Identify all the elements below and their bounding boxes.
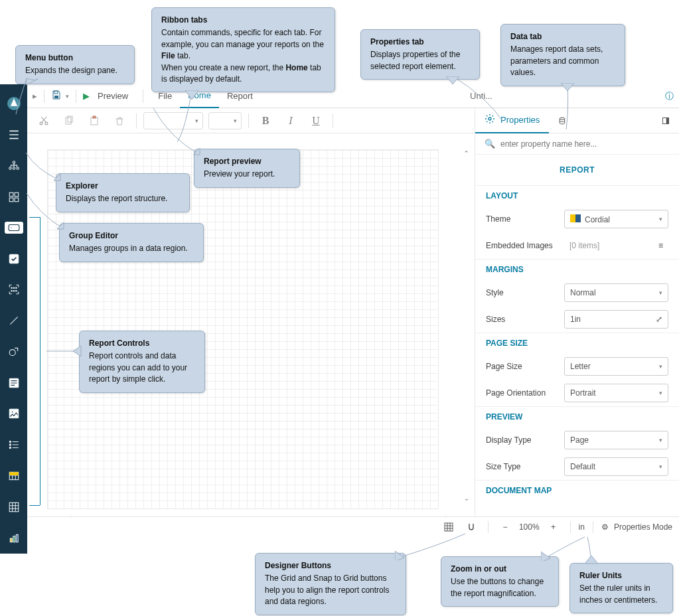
info-icon[interactable]: ⓘ bbox=[665, 90, 674, 102]
container-tool[interactable] bbox=[0, 274, 27, 305]
svg-point-11 bbox=[13, 287, 15, 289]
callout-data-tab: Data tab Manages report data sets, param… bbox=[500, 24, 625, 86]
tablix-tool[interactable] bbox=[0, 491, 27, 522]
font-size-select[interactable]: ▾ bbox=[208, 112, 242, 129]
property-search-input[interactable] bbox=[500, 139, 670, 149]
expand-panel-icon[interactable]: ⌄ bbox=[464, 495, 469, 502]
delete-button[interactable] bbox=[107, 108, 132, 133]
callout-report-controls: Report Controls Report controls and data… bbox=[79, 331, 205, 393]
svg-rect-33 bbox=[66, 117, 71, 124]
svg-rect-25 bbox=[9, 502, 19, 512]
menu-button[interactable] bbox=[0, 119, 27, 151]
play-icon[interactable]: ▶ bbox=[83, 91, 90, 101]
preview-button[interactable]: Preview bbox=[90, 84, 136, 108]
callout-zoom: Zoom in or out Use the buttons to change… bbox=[441, 556, 559, 607]
save-icon[interactable] bbox=[51, 90, 62, 102]
callout-explorer: Explorer Displays the report structure. bbox=[56, 173, 190, 212]
copy-button[interactable] bbox=[56, 108, 82, 133]
svg-rect-4 bbox=[9, 193, 13, 196]
svg-point-19 bbox=[11, 412, 13, 414]
zoom-level: 100% bbox=[519, 522, 540, 532]
italic-button[interactable]: I bbox=[278, 108, 303, 133]
paste-button[interactable] bbox=[82, 108, 107, 133]
collapse-panel-icon[interactable]: ⌃ bbox=[463, 149, 469, 158]
callout-report-preview: Report preview Preview your report. bbox=[194, 149, 300, 188]
richtext-tool[interactable] bbox=[0, 367, 27, 398]
svg-rect-6 bbox=[15, 193, 19, 196]
theme-select[interactable]: Cordial▾ bbox=[564, 210, 668, 228]
svg-point-0 bbox=[13, 161, 15, 163]
svg-point-14 bbox=[13, 291, 15, 292]
bold-button[interactable]: B bbox=[253, 108, 278, 133]
svg-point-1 bbox=[9, 167, 11, 169]
properties-tab-label: Properties bbox=[500, 115, 540, 125]
line-tool[interactable] bbox=[0, 305, 27, 337]
display-type-select[interactable]: Page▾ bbox=[564, 431, 668, 449]
ruler-unit-label[interactable]: in bbox=[579, 522, 585, 532]
svg-rect-35 bbox=[91, 117, 98, 125]
callout-ribbon-tabs: Ribbon tabs Contain commands, specific f… bbox=[151, 7, 335, 92]
table-tool[interactable] bbox=[0, 461, 27, 492]
list-tool[interactable] bbox=[0, 429, 27, 461]
section-margins: MARGINS bbox=[475, 259, 679, 279]
svg-rect-26 bbox=[10, 538, 12, 542]
list-icon: ≡ bbox=[658, 241, 663, 250]
svg-rect-41 bbox=[445, 523, 453, 531]
section-docmap: DOCUMENT MAP bbox=[475, 480, 679, 501]
zoom-out-button[interactable]: − bbox=[496, 518, 514, 536]
page-size-select[interactable]: Letter▾ bbox=[564, 357, 668, 376]
zoom-in-button[interactable]: + bbox=[545, 518, 562, 536]
underline-button[interactable]: U bbox=[303, 108, 329, 133]
svg-marker-46 bbox=[54, 174, 60, 181]
properties-mode-label[interactable]: Properties Mode bbox=[614, 522, 672, 532]
toggle-panel-icon[interactable] bbox=[652, 108, 679, 133]
margin-style-label: Style bbox=[486, 288, 559, 297]
save-dropdown-icon[interactable]: ▾ bbox=[66, 93, 69, 100]
svg-marker-44 bbox=[561, 83, 574, 91]
svg-point-13 bbox=[11, 291, 12, 292]
group-editor-button[interactable] bbox=[0, 181, 27, 212]
size-type-select[interactable]: Default▾ bbox=[564, 457, 668, 476]
callout-designer-buttons: Designer Buttons The Grid and Snap to Gr… bbox=[255, 553, 406, 615]
page-orientation-label: Page Orientation bbox=[486, 388, 559, 398]
theme-label: Theme bbox=[486, 214, 559, 224]
svg-rect-8 bbox=[9, 225, 19, 231]
status-bar: − 100% + in ⚙ Properties Mode bbox=[27, 516, 679, 536]
display-type-label: Display Type bbox=[486, 435, 559, 445]
svg-marker-42 bbox=[185, 90, 198, 100]
embedded-images-field[interactable]: [0 items]≡ bbox=[564, 236, 668, 255]
section-preview: PREVIEW bbox=[475, 406, 679, 427]
properties-panel: 🔍 REPORT LAYOUT Theme Cordial▾ Embedded … bbox=[475, 133, 679, 523]
svg-point-20 bbox=[9, 441, 11, 443]
svg-point-12 bbox=[15, 287, 17, 289]
page-orientation-select[interactable]: Portrait▾ bbox=[564, 384, 668, 402]
properties-panel-title: REPORT bbox=[475, 155, 679, 185]
margin-style-select[interactable]: Normal▾ bbox=[564, 283, 668, 302]
svg-rect-30 bbox=[54, 96, 58, 98]
svg-rect-29 bbox=[54, 91, 58, 94]
svg-point-21 bbox=[9, 444, 11, 445]
image-tool[interactable] bbox=[0, 398, 27, 429]
expand-icon: ⤢ bbox=[656, 315, 662, 324]
svg-point-3 bbox=[16, 167, 18, 169]
section-layout: LAYOUT bbox=[475, 185, 679, 206]
svg-rect-5 bbox=[9, 198, 13, 202]
callout-menu-button: Menu button Expands the design pane. bbox=[15, 45, 135, 84]
svg-point-32 bbox=[45, 122, 48, 125]
svg-rect-28 bbox=[16, 534, 18, 542]
search-icon: 🔍 bbox=[485, 139, 495, 149]
size-type-label: Size Type bbox=[486, 462, 559, 471]
svg-point-16 bbox=[9, 349, 15, 355]
gear-icon: ⚙ bbox=[601, 522, 609, 532]
checkbox-tool[interactable] bbox=[0, 243, 27, 274]
svg-point-22 bbox=[9, 447, 11, 449]
chart-tool[interactable] bbox=[0, 522, 27, 554]
textbox-tool[interactable] bbox=[5, 222, 23, 234]
embedded-images-label: Embedded Images bbox=[486, 241, 559, 250]
callout-group-editor: Group Editor Manages groups in a data re… bbox=[59, 223, 204, 262]
shape-tool[interactable] bbox=[0, 336, 27, 367]
ribbon-bar: ▸ ▾ ▶ Preview File Home Report Unti... ⓘ bbox=[27, 84, 679, 108]
margin-sizes-field[interactable]: 1in⤢ bbox=[564, 310, 668, 329]
margin-sizes-label: Sizes bbox=[486, 315, 559, 324]
svg-rect-24 bbox=[9, 472, 19, 475]
